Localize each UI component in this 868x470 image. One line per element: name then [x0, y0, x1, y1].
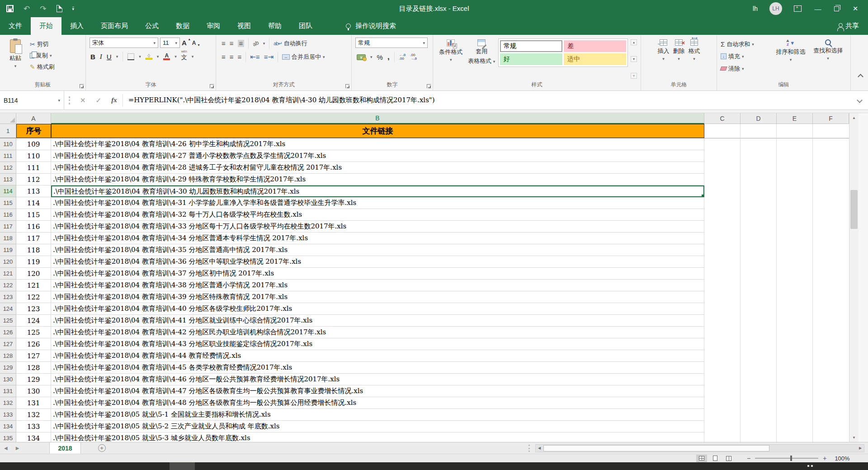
select-all-corner[interactable] [0, 113, 16, 124]
cell-B121[interactable]: .\中国社会统计年鉴2018\04 教育培训\4-37 分地区初中情况 2017… [51, 268, 704, 280]
cell-B135[interactable]: .\中国社会统计年鉴2018\05 就业\5-3 城乡就业人员数年底数.xls [51, 432, 704, 442]
row-header-129[interactable]: 129 [0, 362, 16, 374]
paste-button[interactable]: 粘贴 ▾ [4, 38, 27, 81]
zoom-slider-thumb[interactable] [790, 456, 792, 461]
row-header-128[interactable]: 128 [0, 350, 16, 362]
cell-B115[interactable]: .\中国社会统计年鉴2018\04 教育培训\4-31 小学学龄儿童净入学率和各… [51, 197, 704, 209]
cell-A125[interactable]: 124 [16, 315, 51, 327]
cell-A134[interactable]: 133 [16, 421, 51, 432]
expand-formula-bar-icon[interactable] [857, 97, 863, 103]
column-header-F[interactable]: F [813, 113, 849, 124]
redo-icon[interactable]: ↷ [40, 4, 46, 14]
fill-color-icon[interactable]: ◊ [146, 53, 152, 60]
row-header-134[interactable]: 134 [0, 421, 16, 432]
align-bottom-icon[interactable]: ≡ [238, 40, 245, 47]
currency-format-icon[interactable]: ¥ [357, 54, 366, 60]
gallery-up-icon[interactable]: ▴ [631, 39, 637, 45]
cell-A130[interactable]: 129 [16, 374, 51, 385]
windows-taskbar[interactable] [0, 462, 868, 470]
cell-B117[interactable]: .\中国社会统计年鉴2018\04 教育培训\4-33 分地区每十万人口各级学校… [51, 221, 704, 233]
phonetic-guide-icon[interactable]: 文 [181, 52, 187, 62]
header-cell-link[interactable]: 文件链接 [51, 124, 704, 138]
scroll-down-icon[interactable]: ▼ [849, 433, 859, 442]
row-header-110[interactable]: 110 [0, 138, 16, 150]
format-cells-button[interactable]: ⟷ 格式▾ [689, 38, 700, 81]
cell-A132[interactable]: 131 [16, 397, 51, 409]
page-break-view-button[interactable] [723, 455, 734, 462]
shrink-font-button[interactable]: A [192, 40, 200, 46]
cell-A135[interactable]: 134 [16, 432, 51, 442]
cell-A115[interactable]: 114 [16, 197, 51, 209]
cell-B113[interactable]: .\中国社会统计年鉴2018\04 教育培训\4-29 特殊教育学校数和学生情况… [51, 174, 704, 185]
cell-B126[interactable]: .\中国社会统计年鉴2018\04 教育培训\4-42 分地区民办职业培训机构综… [51, 327, 704, 338]
scroll-right-icon[interactable]: ▶ [857, 445, 864, 452]
cell-A124[interactable]: 123 [16, 303, 51, 315]
cell-B116[interactable]: .\中国社会统计年鉴2018\04 教育培训\4-32 每十万人口各级学校平均在… [51, 209, 704, 221]
wrap-text-button[interactable]: ab↵自动换行 [274, 38, 307, 49]
format-painter-button[interactable]: ✎格式刷 [30, 61, 55, 72]
cell-style-差[interactable]: 差 [564, 40, 626, 52]
cell-B130[interactable]: .\中国社会统计年鉴2018\04 教育培训\4-46 分地区一般公共预算教育经… [51, 374, 704, 385]
cell-B118[interactable]: .\中国社会统计年鉴2018\04 教育培训\4-34 分地区普通本专科学生情况… [51, 233, 704, 244]
header-cell-seq[interactable]: 序号 [16, 124, 51, 138]
font-name-select[interactable]: 宋体▾ [90, 38, 158, 48]
row-header-118[interactable]: 118 [0, 233, 16, 244]
cell-B128[interactable]: .\中国社会统计年鉴2018\04 教育培训\4-44 教育经费情况.xls [51, 350, 704, 362]
row-header-115[interactable]: 115 [0, 197, 16, 209]
column-header-A[interactable]: A [16, 113, 51, 124]
cell-A117[interactable]: 116 [16, 221, 51, 233]
cell-A110[interactable]: 109 [16, 138, 51, 150]
cell-B120[interactable]: .\中国社会统计年鉴2018\04 教育培训\4-36 分地区中等职业学校情况 … [51, 256, 704, 268]
row-header-131[interactable]: 131 [0, 385, 16, 397]
row-header-125[interactable]: 125 [0, 315, 16, 327]
clipboard-dialog-launcher[interactable] [80, 84, 84, 88]
decrease-indent-icon[interactable]: ⇤≡ [250, 54, 259, 60]
cell-B122[interactable]: .\中国社会统计年鉴2018\04 教育培训\4-38 分地区普通小学情况 20… [51, 280, 704, 291]
gallery-down-icon[interactable]: ▾ [631, 56, 637, 62]
cell-style-好[interactable]: 好 [500, 53, 562, 65]
borders-icon[interactable] [127, 53, 134, 60]
conditional-formatting-button[interactable]: 条件格式 ▾ [437, 38, 465, 81]
new-sheet-icon[interactable]: + [98, 444, 106, 452]
row-header-117[interactable]: 117 [0, 221, 16, 233]
next-sheet-icon[interactable]: ▶ [12, 446, 24, 451]
row-header-133[interactable]: 133 [0, 409, 16, 421]
cell-B127[interactable]: .\中国社会统计年鉴2018\04 教育培训\4-43 分地区职业技能鉴定综合情… [51, 338, 704, 350]
cell-A114[interactable]: 113 [16, 185, 51, 197]
bold-button[interactable]: B [90, 53, 95, 61]
align-right-icon[interactable]: ≡ [238, 54, 242, 60]
cell-B124[interactable]: .\中国社会统计年鉴2018\04 教育培训\4-40 分地区各级学校生师比20… [51, 303, 704, 315]
tabbar-resize-handle[interactable] [528, 445, 530, 452]
font-color-icon[interactable]: A [163, 53, 170, 60]
new-document-icon[interactable] [57, 5, 62, 12]
gallery-more-icon[interactable]: ▿ [631, 73, 637, 79]
tab-开始[interactable]: 开始 [31, 17, 61, 35]
tab-文件[interactable]: 文件 [0, 17, 31, 35]
cell-B112[interactable]: .\中国社会统计年鉴2018\04 教育培训\4-28 进城务工子女和农村留守儿… [51, 162, 704, 174]
row-header-120[interactable]: 120 [0, 256, 16, 268]
horizontal-scrollbar-thumb[interactable] [543, 445, 769, 451]
cell-A121[interactable]: 120 [16, 268, 51, 280]
cell-A127[interactable]: 126 [16, 338, 51, 350]
align-center-icon[interactable]: ≡ [230, 54, 234, 60]
number-dialog-launcher[interactable] [427, 84, 431, 88]
formula-bar-handle[interactable] [69, 96, 70, 104]
cell-B133[interactable]: .\中国社会统计年鉴2018\05 就业\5-1 全国就业主要指标和增长情况.x… [51, 409, 704, 421]
vertical-scrollbar[interactable]: ▲ ▼ [849, 113, 859, 442]
customize-qat-icon[interactable]: ▾ [72, 7, 75, 11]
decrease-decimal-icon[interactable]: .00→.0 [410, 53, 417, 61]
vertical-scrollbar-thumb[interactable] [850, 190, 858, 229]
cell-B134[interactable]: .\中国社会统计年鉴2018\05 就业\5-2 三次产业就业人员和构成 年底数… [51, 421, 704, 432]
scroll-left-icon[interactable]: ◀ [536, 445, 543, 452]
tab-插入[interactable]: 插入 [61, 17, 92, 35]
page-layout-view-button[interactable] [710, 455, 721, 462]
align-top-icon[interactable]: ≡ [222, 40, 226, 47]
cell-style-常规[interactable]: 常规 [500, 40, 562, 52]
align-left-icon[interactable]: ≡ [222, 54, 226, 60]
italic-button[interactable]: I [100, 53, 102, 61]
cell-B131[interactable]: .\中国社会统计年鉴2018\04 教育培训\4-47 分地区各级教育生均一般公… [51, 385, 704, 397]
row-header-126[interactable]: 126 [0, 327, 16, 338]
grow-font-button[interactable]: A [182, 39, 190, 47]
row-header-1[interactable]: 1 [0, 124, 16, 138]
cell-B119[interactable]: .\中国社会统计年鉴2018\04 教育培训\4-35 分地区普通高中情况 20… [51, 244, 704, 256]
